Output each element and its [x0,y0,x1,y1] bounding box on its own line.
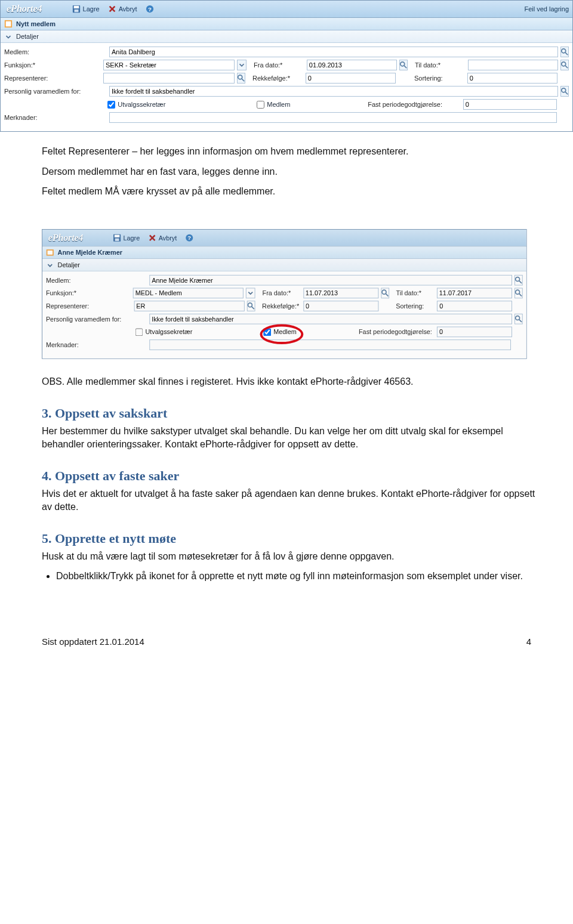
save-button-label: Lagre [83,5,100,13]
funksjon-field-2[interactable] [133,288,244,298]
medlem-field[interactable] [109,47,558,57]
label-sortering-2: Sortering: [396,302,435,310]
til-dato-field-2[interactable] [437,288,512,298]
label-personlig-2: Personlig varamedlem for: [46,316,147,323]
medlem-field-2[interactable] [149,275,512,286]
save-button-2[interactable]: Lagre [110,233,142,243]
til-dato-picker-button[interactable] [560,60,569,70]
heading-sakskart: 3. Oppsett av sakskart [42,404,537,422]
fra-dato-picker-2[interactable] [381,288,389,298]
label-representerer: Representerer: [4,75,101,82]
label-personlig: Personlig varamedlem for: [4,88,107,95]
svg-rect-27 [47,251,53,255]
merknader-field[interactable] [109,112,557,123]
funksjon-dropdown-button[interactable] [237,60,247,70]
ephorte-window-2: ePhorte4 Lagre Avbryt ? Anne Mjelde Kræm… [42,229,527,359]
svg-point-34 [248,303,252,307]
lookup-medlem-button[interactable] [560,47,569,57]
utvalgssekretaer-checkbox[interactable] [107,101,115,109]
ephorte-window-1: ePhorte4 Lagre Avbryt ? Feil ved lagring [0,0,573,132]
medlem-checkbox-label: Medlem [267,101,290,108]
heading-faste-saker: 4. Oppsett av faste saker [42,467,537,485]
collapse-icon [4,32,13,41]
representerer-field-2[interactable] [134,301,244,311]
new-member-icon [4,20,13,28]
utvalgssekretaer-checkbox-2[interactable] [135,328,143,336]
fra-dato-field-2[interactable] [303,288,378,298]
label-fra-dato-2: Fra dato:* [263,289,301,296]
label-fra-dato: Fra dato:* [254,61,304,69]
chevron-down-icon [238,61,246,69]
save-button-2-label: Lagre [123,234,140,242]
medlem-checkbox[interactable] [257,101,264,109]
cancel-icon [108,5,116,13]
details2-header[interactable]: Detaljer [42,259,526,271]
search-icon [399,61,408,69]
search-icon [560,87,569,95]
para-1: Feltet Representerer – her legges inn in… [42,145,537,158]
bullet-1: Dobbeltklikk/Trykk på ikonet for å oppre… [56,570,537,583]
label-representerer-2: Representerer: [46,302,132,310]
funksjon-dd-2[interactable] [246,288,255,298]
representerer-lookup-button[interactable] [237,73,245,84]
svg-rect-2 [74,10,78,12]
funksjon-field[interactable] [103,60,235,70]
rekkefolge-field[interactable] [306,73,396,84]
label-merknader-2: Merknader: [46,341,147,348]
cancel-button[interactable]: Avbryt [106,4,140,14]
help-button[interactable]: ? [143,4,156,14]
cancel-button-2-label: Avbryt [159,234,177,242]
svg-point-11 [401,62,405,66]
cancel-button-2[interactable]: Avbryt [146,233,179,243]
error-status: Feil ved lagring [524,5,569,13]
label-fast-periode-2: Fast periodegodtgjørelse: [359,328,435,335]
til-dato-field[interactable] [468,60,558,70]
til-dato-picker-2[interactable] [515,288,523,298]
heading-nytt-mote: 5. Opprette et nytt møte [42,530,537,548]
label-funksjon: Funksjon:* [4,61,101,69]
svg-line-10 [565,52,568,55]
search-icon [515,289,523,297]
medlem-checkbox-2[interactable] [263,328,271,336]
save-icon [113,234,121,242]
fra-dato-field[interactable] [307,60,397,70]
search-icon [560,48,569,56]
utvalgssekretaer-label-2: Utvalgssekretær [145,328,192,335]
personlig-lookup-2[interactable] [515,314,523,325]
svg-line-16 [242,79,244,81]
window-subbar: Nytt medlem [1,18,572,30]
para-3: Feltet medlem MÅ være krysset av på alle… [42,185,537,198]
svg-point-13 [562,62,566,66]
save-button[interactable]: Lagre [70,4,102,14]
svg-rect-20 [114,234,119,237]
personlig-vara-field[interactable] [109,86,558,97]
representerer-field[interactable] [103,73,235,84]
fra-dato-picker-button[interactable] [399,60,408,70]
sortering-field-2[interactable] [437,301,512,311]
sortering-field[interactable] [467,73,557,84]
label-funksjon-2: Funksjon:* [46,289,131,296]
help-button-2[interactable]: ? [183,233,196,243]
cancel-icon [148,234,156,242]
label-til-dato: Til dato:* [415,61,466,69]
details-section-header[interactable]: Detaljer [1,30,572,43]
svg-text:?: ? [148,6,152,13]
svg-line-29 [519,280,522,283]
label-medlem-2: Medlem: [46,277,147,284]
details2-label: Detaljer [58,261,80,268]
merknader-field-2[interactable] [149,339,511,350]
svg-rect-21 [115,238,119,240]
search-icon [247,302,255,310]
personlig-lookup-button[interactable] [560,86,569,97]
personlig-field-2[interactable] [149,314,512,325]
fast-periode-field-2[interactable] [437,326,512,337]
help-icon: ? [146,5,154,13]
lookup-medlem-button-2[interactable] [515,275,523,286]
fast-periode-field[interactable] [463,99,557,110]
label-fast-periode: Fast periodegodtgjørelse: [368,101,460,108]
svg-point-36 [516,316,520,320]
representerer-lookup-2[interactable] [247,301,255,311]
label-medlem: Medlem: [4,48,107,55]
rekkefolge-field-2[interactable] [303,301,378,311]
chevron-down-icon [247,289,255,297]
